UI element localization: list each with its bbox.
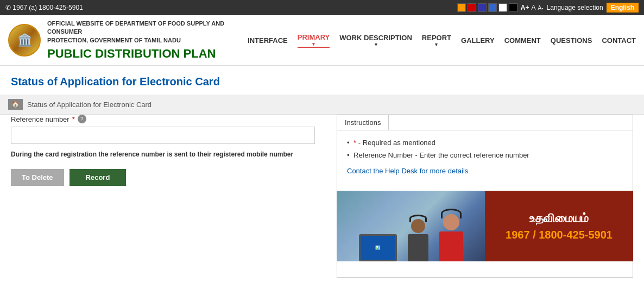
nav-gallery[interactable]: GALLERY xyxy=(461,36,495,45)
color-box-white[interactable] xyxy=(498,3,507,12)
button-row: To Delete Record xyxy=(11,169,326,186)
instruction-item-2: Reference Number - Enter the correct ref… xyxy=(347,151,623,159)
org-info: OFFICIAL WEBSITE OF DEPARTMENT OF FOOD S… xyxy=(47,20,241,61)
main-nav: INTERFACE PRIMARY ▾ WORK DESCRIPTION ▾ R… xyxy=(248,33,636,48)
monitor-icon: 📊 xyxy=(359,234,397,261)
phone-section: ✆ 1967 (a) 1800-425-5901 xyxy=(5,4,83,11)
phone-number: ✆ 1967 (a) 1800-425-5901 xyxy=(5,4,83,11)
nav-work-description[interactable]: WORK DESCRIPTION ▾ xyxy=(339,34,412,47)
english-lang-button[interactable]: English xyxy=(607,3,639,12)
nav-work-arrow: ▾ xyxy=(375,42,377,47)
top-bar: ✆ 1967 (a) 1800-425-5901 A+ A A- Languag… xyxy=(0,0,644,15)
nav-questions[interactable]: QUESTIONS xyxy=(551,36,592,45)
breadcrumb: 🏠 Status of Application for Electronic C… xyxy=(0,95,644,115)
page-title: Status of Application for Electronic Car… xyxy=(0,66,644,95)
main-content: Reference number * ? During the card reg… xyxy=(0,115,644,289)
nav-interface[interactable]: INTERFACE xyxy=(248,36,288,45)
site-header: 🏛️ OFFICIAL WEBSITE OF DEPARTMENT OF FOO… xyxy=(0,15,644,66)
reference-field-label: Reference number * ? xyxy=(11,115,326,123)
callcenter-info: உதவிமையம் 1967 / 1800-425-5901 xyxy=(485,191,633,261)
color-box-red[interactable] xyxy=(468,3,476,12)
nav-report[interactable]: REPORT ▾ xyxy=(422,34,451,47)
help-desk-link[interactable]: Contact the Help Desk for more details xyxy=(347,167,623,175)
help-icon[interactable]: ? xyxy=(78,115,86,123)
instructions-body: * - Required as mentioned Reference Numb… xyxy=(337,130,633,191)
color-box-lightblue[interactable] xyxy=(488,3,497,12)
callcenter-banner: 📊 xyxy=(337,191,633,261)
hint-text: During the card registration the referen… xyxy=(11,151,326,158)
font-normal-btn[interactable]: A xyxy=(532,4,536,11)
font-size-controls: A+ A A- xyxy=(521,4,544,11)
delete-button[interactable]: To Delete xyxy=(11,169,64,186)
nav-report-arrow: ▾ xyxy=(435,42,438,47)
instructions-tab: Instructions xyxy=(337,115,389,130)
language-label: Language selection xyxy=(547,4,603,11)
color-box-black[interactable] xyxy=(509,3,517,12)
record-button[interactable]: Record xyxy=(70,169,127,186)
color-box-orange[interactable] xyxy=(457,3,466,12)
callcenter-photo: 📊 xyxy=(337,191,485,261)
instructions-list: * - Required as mentioned Reference Numb… xyxy=(347,139,623,159)
nav-comment[interactable]: COMMENT xyxy=(504,36,541,45)
logo-temple-icon: 🏛️ xyxy=(17,33,32,47)
org-line2: PROTECTION, GOVERNMENT OF TAMIL NADU xyxy=(47,36,241,45)
reference-number-input[interactable] xyxy=(11,127,315,144)
form-section: Reference number * ? During the card reg… xyxy=(11,115,326,278)
color-box-blue[interactable] xyxy=(478,3,487,12)
home-icon[interactable]: 🏠 xyxy=(8,99,23,110)
instruction-item-1: * - Required as mentioned xyxy=(347,139,623,147)
controls-section: A+ A A- Language selection English xyxy=(457,3,639,12)
required-mark-instr: * xyxy=(353,139,356,147)
nav-contact[interactable]: CONTACT xyxy=(602,36,636,45)
org-title: PUBLIC DISTRIBUTION PLAN xyxy=(47,47,241,61)
callcenter-title-tamil: உதவிமையம் xyxy=(529,211,589,225)
nav-primary[interactable]: PRIMARY ▾ xyxy=(298,33,330,48)
nav-primary-arrow: ▾ xyxy=(312,41,315,47)
required-star: * xyxy=(72,115,75,123)
site-logo: 🏛️ xyxy=(8,24,41,57)
font-decrease-btn[interactable]: A- xyxy=(538,5,544,11)
org-line1: OFFICIAL WEBSITE OF DEPARTMENT OF FOOD S… xyxy=(47,20,241,36)
instructions-section: Instructions * - Required as mentioned R… xyxy=(337,115,633,278)
color-theme-boxes xyxy=(457,3,517,12)
breadcrumb-text: Status of Application for Electronic Car… xyxy=(27,101,151,109)
font-increase-btn[interactable]: A+ xyxy=(521,4,529,11)
callcenter-number: 1967 / 1800-425-5901 xyxy=(506,229,613,241)
